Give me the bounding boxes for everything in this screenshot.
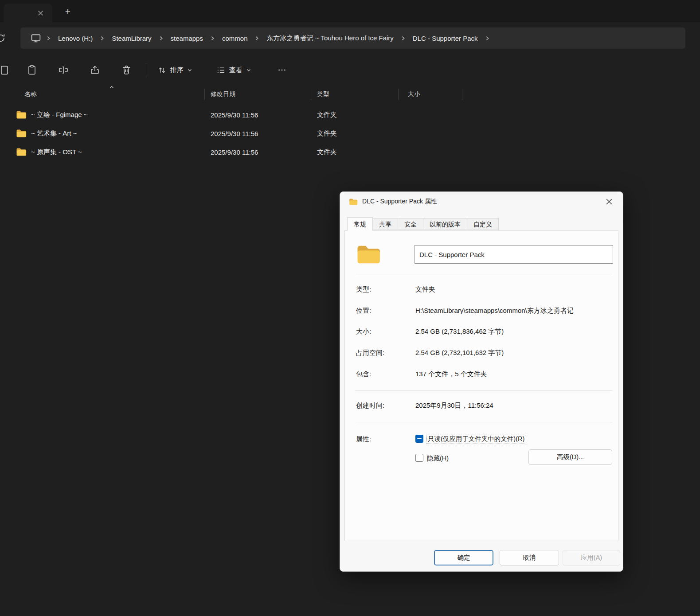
breadcrumb-item[interactable]: DLC - Supporter Pack xyxy=(408,32,482,45)
ok-button[interactable]: 确定 xyxy=(434,550,493,565)
hidden-checkbox-label[interactable]: 隐藏(H) xyxy=(427,454,449,463)
file-type: 文件夹 xyxy=(310,129,398,138)
breadcrumb-item[interactable]: SteamLibrary xyxy=(107,32,156,45)
view-button[interactable]: 查看 xyxy=(211,60,257,80)
column-separator[interactable] xyxy=(204,89,205,100)
toolbar-separator xyxy=(146,63,146,77)
field-label: 占用空间: xyxy=(356,349,384,357)
chevron-right-icon[interactable] xyxy=(398,35,408,41)
field-value: 文件夹 xyxy=(415,285,435,294)
file-name: ~ 艺术集 - Art ~ xyxy=(31,129,77,138)
chevron-right-icon[interactable] xyxy=(482,35,493,41)
chevron-down-icon xyxy=(246,67,251,73)
dialog-title: DLC - Supporter Pack 属性 xyxy=(362,198,602,206)
delete-icon[interactable] xyxy=(116,60,137,80)
folder-icon xyxy=(356,244,381,265)
sort-ascending-icon xyxy=(109,85,114,90)
cut-icon[interactable] xyxy=(0,60,15,80)
hidden-checkbox[interactable] xyxy=(415,454,423,462)
new-tab-button[interactable]: + xyxy=(61,5,74,18)
indeterminate-mark xyxy=(417,438,422,439)
share-icon[interactable] xyxy=(84,60,106,80)
field-value: 2.54 GB (2,731,836,462 字节) xyxy=(415,327,504,336)
column-separator[interactable] xyxy=(311,89,311,100)
chevron-right-icon[interactable] xyxy=(207,35,218,41)
file-row[interactable]: ~ 艺术集 - Art ~ 2025/9/30 11:56 文件夹 xyxy=(13,124,462,143)
field-label: 包含: xyxy=(356,370,371,378)
field-label: 类型: xyxy=(356,285,371,294)
column-header-type[interactable]: 类型 xyxy=(310,90,398,98)
tab-close-icon[interactable] xyxy=(35,7,46,19)
view-label: 查看 xyxy=(229,66,242,74)
field-value: 137 个文件，5 个文件夹 xyxy=(415,370,487,378)
file-row[interactable]: ~ 原声集 - OST ~ 2025/9/30 11:56 文件夹 xyxy=(13,143,462,161)
chevron-right-icon[interactable] xyxy=(43,35,54,41)
chevron-down-icon xyxy=(187,67,192,73)
tab-customize[interactable]: 自定义 xyxy=(467,218,499,230)
column-header-modified[interactable]: 修改日期 xyxy=(204,90,310,98)
column-header-name[interactable]: 名称 xyxy=(13,90,204,98)
dialog-tab-page xyxy=(344,230,618,541)
folder-icon xyxy=(16,129,27,138)
chevron-right-icon[interactable] xyxy=(97,35,107,41)
apply-button: 应用(A) xyxy=(563,550,620,565)
chevron-right-icon[interactable] xyxy=(252,35,262,41)
file-modified: 2025/9/30 11:56 xyxy=(204,111,310,119)
sort-icon xyxy=(157,66,167,75)
sort-label: 排序 xyxy=(170,66,184,74)
this-pc-icon[interactable] xyxy=(29,33,43,43)
attributes-label: 属性: xyxy=(356,435,371,444)
file-list: ~ 立绘 - Fgimage ~ 2025/9/30 11:56 文件夹 ~ 艺… xyxy=(13,105,462,161)
breadcrumb-item[interactable]: Lenovo (H:) xyxy=(54,32,97,45)
file-name: ~ 原声集 - OST ~ xyxy=(31,148,82,156)
separator xyxy=(355,422,613,422)
column-separator[interactable] xyxy=(398,89,399,100)
column-headers: 名称 修改日期 类型 大小 xyxy=(13,87,462,102)
refresh-icon[interactable] xyxy=(0,33,6,43)
view-icon xyxy=(216,66,226,75)
sort-button[interactable]: 排序 xyxy=(152,60,198,80)
field-value: H:\SteamLibrary\steamapps\common\东方冰之勇者记 xyxy=(415,307,574,315)
advanced-button[interactable]: 高级(D)... xyxy=(528,449,612,465)
field-value: 2.54 GB (2,732,101,632 字节) xyxy=(415,349,504,357)
close-icon[interactable] xyxy=(602,195,616,208)
rename-icon[interactable] xyxy=(53,60,74,80)
folder-icon xyxy=(16,110,27,119)
tab-general[interactable]: 常规 xyxy=(347,217,373,231)
tab-security[interactable]: 安全 xyxy=(398,218,423,230)
properties-dialog: DLC - Supporter Pack 属性 常规 共享 安全 以前的版本 自… xyxy=(340,191,623,572)
field-label: 位置: xyxy=(356,307,371,315)
dialog-tab-strip: 常规 共享 安全 以前的版本 自定义 xyxy=(347,217,498,231)
folder-name-input[interactable] xyxy=(415,245,613,264)
readonly-checkbox-label[interactable]: 只读(仅应用于文件夹中的文件)(R) xyxy=(426,434,526,444)
tab-previous-versions[interactable]: 以前的版本 xyxy=(423,218,467,230)
field-value: 2025年9月30日，11:56:24 xyxy=(415,402,493,410)
file-type: 文件夹 xyxy=(310,111,398,119)
paste-icon[interactable] xyxy=(21,60,43,80)
column-separator[interactable] xyxy=(462,89,462,100)
file-modified: 2025/9/30 11:56 xyxy=(204,130,310,137)
breadcrumb-item[interactable]: 东方冰之勇者记 ~ Touhou Hero of Ice Fairy xyxy=(262,31,398,45)
file-row[interactable]: ~ 立绘 - Fgimage ~ 2025/9/30 11:56 文件夹 xyxy=(13,105,462,124)
breadcrumb-item[interactable]: common xyxy=(218,32,252,45)
file-modified: 2025/9/30 11:56 xyxy=(204,148,310,156)
field-label: 大小: xyxy=(356,327,371,336)
dialog-titlebar[interactable]: DLC - Supporter Pack 属性 xyxy=(340,192,623,211)
tab-bar: + xyxy=(0,0,700,22)
tab-sharing[interactable]: 共享 xyxy=(372,218,398,230)
breadcrumb-item[interactable]: steamapps xyxy=(166,32,207,45)
folder-icon xyxy=(16,148,27,156)
separator xyxy=(355,274,613,274)
cancel-button[interactable]: 取消 xyxy=(500,550,559,565)
breadcrumb: Lenovo (H:) SteamLibrary steamapps commo… xyxy=(20,27,685,49)
chevron-right-icon[interactable] xyxy=(156,35,166,41)
explorer-tab[interactable] xyxy=(4,4,52,22)
file-type: 文件夹 xyxy=(310,148,398,156)
more-options-icon[interactable] xyxy=(271,60,293,80)
folder-icon xyxy=(349,198,358,206)
file-name: ~ 立绘 - Fgimage ~ xyxy=(31,111,88,119)
column-header-size[interactable]: 大小 xyxy=(398,90,462,98)
readonly-checkbox[interactable] xyxy=(415,435,423,443)
separator xyxy=(355,390,613,391)
command-bar: 排序 查看 xyxy=(0,58,700,82)
